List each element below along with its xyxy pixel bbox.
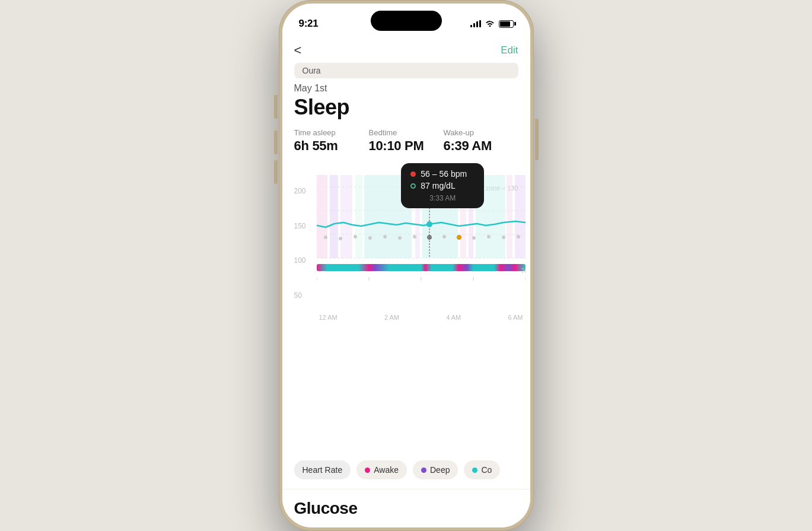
back-button[interactable]: < [294, 43, 302, 58]
status-time: 9:21 [299, 18, 319, 30]
source-tag: Oura [294, 63, 518, 78]
time-axis: 12 AM 2 AM 4 AM 6 AM [317, 314, 526, 321]
time-label-2am: 2 AM [384, 314, 399, 321]
y-label-50: 50 [294, 291, 306, 300]
phone-frame: 9:21 [279, 0, 534, 531]
edit-button[interactable]: Edit [501, 44, 518, 56]
tooltip-bpm-value: 56 – 56 bpm [421, 169, 467, 179]
stat-wakeup: Wake-up 6:39 AM [444, 128, 518, 154]
svg-point-21 [398, 236, 402, 240]
svg-point-18 [354, 235, 357, 239]
legend-heart-rate[interactable]: Heart Rate [294, 460, 351, 479]
svg-point-22 [413, 235, 416, 239]
status-bar: 9:21 [282, 4, 530, 36]
svg-point-27 [487, 235, 491, 239]
stat-bedtime-value: 10:10 PM [369, 138, 444, 154]
stat-wakeup-value: 6:39 AM [444, 138, 518, 154]
svg-rect-6 [340, 175, 352, 258]
legend-row: Heart Rate Awake Deep Co [282, 454, 530, 487]
svg-rect-15 [515, 175, 526, 258]
svg-point-28 [502, 236, 505, 239]
stat-time-asleep-value: 6h 55m [294, 138, 369, 154]
stat-time-asleep-label: Time asleep [294, 128, 369, 137]
y-axis-labels: 200 150 100 50 [294, 187, 306, 300]
stat-wakeup-label: Wake-up [444, 128, 518, 137]
battery-icon [499, 20, 514, 28]
legend-awake[interactable]: Awake [356, 460, 407, 479]
legend-deep[interactable]: Deep [413, 460, 458, 479]
tooltip-time: 3:33 AM [410, 194, 475, 202]
nav-bar: < Edit [282, 36, 530, 63]
time-label-12am: 12 AM [319, 314, 337, 321]
y-label-150: 150 [294, 222, 306, 230]
phone-screen: 9:21 [282, 4, 530, 527]
svg-point-20 [383, 235, 387, 239]
glucose-section: Glucose [282, 489, 530, 527]
dynamic-island [371, 11, 442, 31]
app-content: < Edit Oura May 1st Sleep Time asleep 6h… [282, 36, 530, 527]
svg-rect-14 [507, 175, 512, 258]
legend-core-label: Co [481, 465, 492, 475]
wifi-icon [485, 20, 495, 28]
svg-point-25 [457, 236, 461, 240]
legend-core[interactable]: Co [464, 460, 500, 479]
stat-time-asleep: Time asleep 6h 55m [294, 128, 369, 154]
svg-text:70: 70 [521, 267, 526, 274]
core-dot [472, 468, 477, 473]
time-label-6am: 6 AM [508, 314, 523, 321]
tooltip-bpm-dot [410, 171, 416, 177]
svg-point-24 [442, 235, 446, 239]
svg-point-19 [368, 236, 372, 240]
stat-bedtime-label: Bedtime [369, 128, 444, 137]
svg-rect-4 [317, 175, 327, 258]
signal-icon [470, 20, 481, 27]
tooltip-glucose-value: 87 mg/dL [421, 181, 455, 190]
svg-rect-7 [355, 175, 362, 258]
y-label-100: 100 [294, 256, 306, 265]
status-icons [470, 20, 514, 28]
svg-point-16 [324, 236, 327, 239]
tooltip-glucose-dot [410, 183, 416, 189]
awake-dot [365, 468, 370, 473]
date-label: May 1st [282, 83, 530, 95]
legend-deep-label: Deep [430, 465, 450, 475]
svg-point-31 [426, 221, 432, 227]
page-title: Sleep [282, 95, 530, 128]
svg-rect-5 [330, 175, 338, 258]
svg-point-26 [472, 236, 476, 240]
svg-rect-32 [317, 264, 526, 271]
legend-heart-rate-label: Heart Rate [302, 465, 343, 475]
stat-bedtime: Bedtime 10:10 PM [369, 128, 444, 154]
stats-row: Time asleep 6h 55m Bedtime 10:10 PM Wake… [282, 128, 530, 163]
svg-point-17 [339, 237, 342, 240]
glucose-title: Glucose [294, 499, 518, 518]
deep-dot [421, 468, 426, 473]
svg-point-29 [517, 235, 520, 239]
time-label-4am: 4 AM [446, 314, 461, 321]
y-label-200: 200 [294, 187, 306, 195]
chart-area[interactable]: 56 – 56 bpm 87 mg/dL 3:33 AM [317, 163, 518, 321]
legend-awake-label: Awake [374, 465, 399, 475]
tooltip: 56 – 56 bpm 87 mg/dL 3:33 AM [401, 163, 484, 208]
